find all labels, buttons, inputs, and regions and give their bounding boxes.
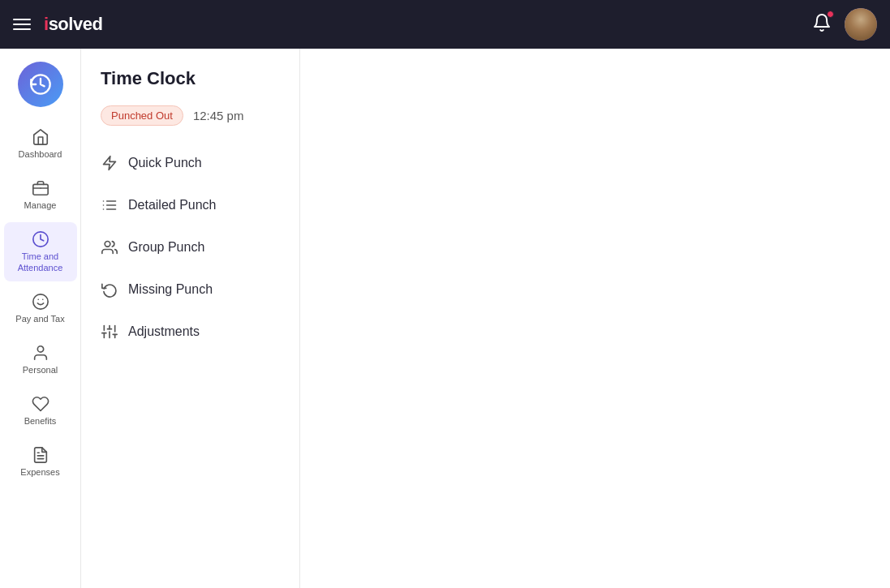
subnav-item-quick-punch[interactable]: Quick Punch (81, 142, 299, 184)
adjustments-label: Adjustments (128, 324, 200, 339)
svg-point-17 (105, 242, 110, 247)
subnav-title: Time Clock (81, 68, 299, 105)
svg-point-7 (37, 346, 43, 352)
navbar-left: isolved (13, 14, 102, 35)
top-navbar: isolved (0, 0, 890, 49)
sidebar-item-time-attendance[interactable]: Time and Attendance (4, 222, 77, 281)
sidebar-item-benefits-label: Benefits (24, 416, 57, 427)
main-content (300, 49, 890, 588)
sidebar: Dashboard Manage Time and Attendance Pay… (0, 49, 81, 588)
notifications-bell[interactable] (812, 13, 832, 36)
quick-punch-label: Quick Punch (128, 156, 202, 170)
sidebar-item-personal-label: Personal (23, 365, 58, 376)
punched-out-badge: Punched Out (101, 105, 183, 126)
sidebar-item-manage[interactable]: Manage (4, 171, 77, 219)
sidebar-item-pay-tax[interactable]: Pay and Tax (4, 285, 77, 333)
bolt-icon (101, 155, 118, 171)
sidebar-item-manage-label: Manage (24, 200, 57, 211)
logo: isolved (44, 14, 102, 35)
logo-text: isolved (44, 14, 102, 35)
subnav-item-missing-punch[interactable]: Missing Punch (81, 268, 299, 311)
clock-refresh-icon (29, 73, 52, 96)
main-layout: Dashboard Manage Time and Attendance Pay… (0, 49, 890, 588)
group-punch-label: Group Punch (128, 240, 204, 255)
detailed-punch-label: Detailed Punch (128, 198, 217, 212)
heart-icon (32, 395, 49, 413)
subnav-panel: Time Clock Punched Out 12:45 pm Quick Pu… (81, 49, 300, 588)
pay-icon (32, 293, 49, 311)
status-row: Punched Out 12:45 pm (81, 105, 299, 142)
history-icon (101, 281, 118, 298)
current-time: 12:45 pm (193, 109, 244, 122)
sidebar-item-personal[interactable]: Personal (4, 336, 77, 384)
sidebar-item-dashboard[interactable]: Dashboard (4, 120, 77, 168)
sliders-icon (101, 324, 118, 340)
notification-badge (827, 11, 834, 18)
sidebar-item-expenses-label: Expenses (20, 467, 59, 478)
sidebar-item-time-attendance-label: Time and Attendance (11, 251, 71, 273)
sidebar-item-benefits[interactable]: Benefits (4, 387, 77, 435)
active-module-icon (18, 62, 63, 107)
sidebar-item-expenses[interactable]: Expenses (4, 438, 77, 486)
subnav-item-adjustments[interactable]: Adjustments (81, 311, 299, 353)
hamburger-menu[interactable] (13, 19, 31, 30)
svg-point-4 (32, 294, 47, 309)
sidebar-item-pay-tax-label: Pay and Tax (15, 314, 64, 324)
briefcase-icon (32, 179, 49, 197)
receipt-icon (32, 446, 49, 464)
missing-punch-label: Missing Punch (128, 282, 213, 297)
house-icon (32, 128, 49, 146)
svg-marker-10 (104, 157, 116, 170)
person-icon (32, 344, 49, 362)
user-avatar[interactable] (845, 8, 877, 41)
svg-rect-1 (32, 185, 47, 195)
subnav-item-detailed-punch[interactable]: Detailed Punch (81, 184, 299, 226)
sidebar-item-dashboard-label: Dashboard (19, 149, 62, 160)
group-icon (101, 239, 118, 255)
clock-icon (32, 230, 49, 248)
list-detail-icon (101, 197, 118, 213)
subnav-item-group-punch[interactable]: Group Punch (81, 226, 299, 268)
navbar-right (812, 8, 877, 41)
subnav-items: Quick Punch Detailed Punch Group Punch (81, 142, 299, 353)
